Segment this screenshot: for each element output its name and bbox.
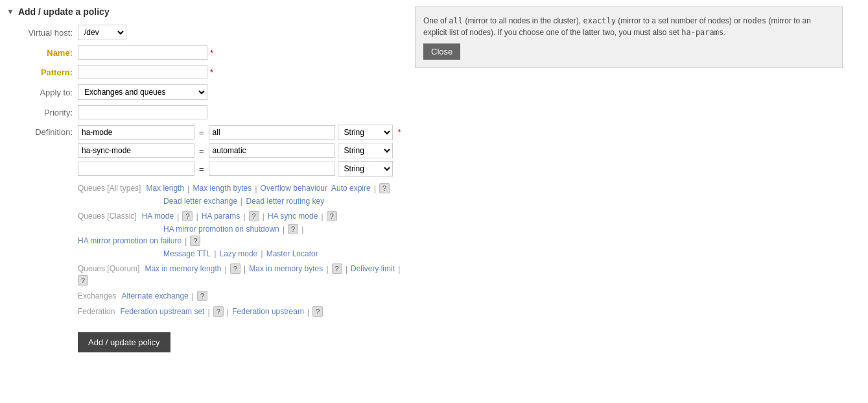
def-type-2[interactable]: String Number Boolean List bbox=[338, 143, 393, 158]
def-value-3[interactable] bbox=[209, 162, 335, 176]
federation-upstream-help-icon[interactable]: ? bbox=[312, 306, 323, 317]
shortcut-auto-expire[interactable]: Auto expire bbox=[331, 184, 371, 193]
pattern-input[interactable] bbox=[78, 65, 207, 79]
shortcut-ha-mirror-shutdown[interactable]: HA mirror promotion on shutdown bbox=[163, 225, 279, 234]
apply-to-row: Apply to: Exchanges and queues Exchanges… bbox=[6, 84, 408, 100]
name-input[interactable] bbox=[78, 45, 207, 60]
queues-classic-label: Queues [Classic] bbox=[78, 212, 137, 221]
ha-params-help-icon[interactable]: ? bbox=[249, 211, 259, 221]
priority-label: Priority: bbox=[6, 108, 78, 117]
queues-classic-group: Queues [Classic] HA mode | ? | HA params… bbox=[78, 211, 408, 258]
def-value-2[interactable] bbox=[209, 143, 335, 158]
shortcut-overflow-behaviour[interactable]: Overflow behaviour bbox=[261, 184, 327, 193]
ha-sync-mode-help-icon[interactable]: ? bbox=[327, 211, 337, 221]
definition-row-1: = String Number Boolean List bbox=[78, 125, 393, 140]
ha-mirror-failure-help-icon[interactable]: ? bbox=[190, 236, 200, 246]
max-in-memory-length-help-icon[interactable]: ? bbox=[230, 263, 240, 274]
def-key-3[interactable] bbox=[78, 162, 194, 176]
queues-classic-row-3: Message TTL | Lazy mode | Master Locator bbox=[78, 249, 408, 258]
virtual-host-select[interactable]: /dev / /staging bbox=[78, 25, 126, 40]
queues-quorum-row-1: Queues [Quorum] Max in memory length | ?… bbox=[78, 263, 408, 286]
shortcut-federation-upstream[interactable]: Federation upstream bbox=[232, 307, 304, 316]
queues-quorum-group: Queues [Quorum] Max in memory length | ?… bbox=[78, 263, 408, 286]
shortcut-federation-upstream-set[interactable]: Federation upstream set bbox=[120, 307, 204, 316]
def-equals-2: = bbox=[197, 146, 206, 156]
exchanges-label: Exchanges bbox=[78, 291, 116, 300]
tooltip-panel: One of all (mirror to all nodes in the c… bbox=[415, 6, 843, 68]
shortcut-max-length-bytes[interactable]: Max length bytes bbox=[193, 184, 252, 193]
definition-label: Definition: bbox=[6, 125, 78, 137]
definition-area: = String Number Boolean List = String bbox=[78, 125, 393, 177]
pattern-row: Pattern: * bbox=[6, 65, 408, 79]
shortcut-ha-mirror-failure[interactable]: HA mirror promotion on failure bbox=[78, 236, 182, 245]
shortcut-ha-params[interactable]: HA params bbox=[202, 212, 240, 221]
shortcut-delivery-limit[interactable]: Delivery limit bbox=[351, 264, 395, 273]
collapse-arrow-icon[interactable]: ▼ bbox=[6, 7, 14, 16]
priority-input[interactable] bbox=[78, 105, 207, 119]
shortcut-dead-letter-exchange[interactable]: Dead letter exchange bbox=[163, 197, 237, 206]
shortcut-dead-letter-routing-key[interactable]: Dead letter routing key bbox=[246, 197, 324, 206]
shortcut-alternate-exchange[interactable]: Alternate exchange bbox=[121, 291, 188, 300]
definition-row-3: = String Number Boolean List bbox=[78, 161, 393, 177]
shortcut-message-ttl[interactable]: Message TTL bbox=[163, 249, 211, 258]
apply-to-label: Apply to: bbox=[6, 88, 78, 97]
queues-classic-row-1: Queues [Classic] HA mode | ? | HA params… bbox=[78, 211, 408, 221]
ha-mirror-shutdown-help-icon[interactable]: ? bbox=[288, 224, 298, 234]
alternate-exchange-help-icon[interactable]: ? bbox=[197, 291, 207, 301]
section-header: ▼ Add / update a policy bbox=[6, 6, 408, 17]
pattern-label: Pattern: bbox=[6, 67, 78, 77]
queues-quorum-label: Queues [Quorum] bbox=[78, 264, 139, 273]
auto-expire-help-icon[interactable]: ? bbox=[379, 183, 390, 193]
federation-group: Federation Federation upstream set | ? |… bbox=[78, 306, 408, 317]
def-key-1[interactable] bbox=[78, 125, 194, 140]
name-label: Name: bbox=[6, 48, 78, 58]
virtual-host-label: Virtual host: bbox=[6, 28, 78, 38]
pattern-required-star: * bbox=[210, 67, 213, 77]
priority-row: Priority: bbox=[6, 105, 408, 119]
def-type-1[interactable]: String Number Boolean List bbox=[338, 125, 393, 140]
shortcut-max-in-memory-length[interactable]: Max in memory length bbox=[145, 264, 221, 273]
virtual-host-row: Virtual host: /dev / /staging bbox=[6, 25, 408, 40]
queues-classic-row-2: HA mirror promotion on shutdown | ? | HA… bbox=[78, 224, 408, 246]
shortcut-max-in-memory-bytes[interactable]: Max in memory bytes bbox=[249, 264, 323, 273]
def-equals-1: = bbox=[197, 128, 206, 138]
left-panel: ▼ Add / update a policy Virtual host: /d… bbox=[6, 6, 408, 397]
queues-all-row-2: Dead letter exchange | Dead letter routi… bbox=[78, 196, 408, 206]
section-title: Add / update a policy bbox=[18, 6, 110, 17]
tooltip-text: One of all (mirror to all nodes in the c… bbox=[423, 15, 834, 38]
exchanges-group: Exchanges Alternate exchange | ? bbox=[78, 291, 408, 301]
shortcut-master-locator[interactable]: Master Locator bbox=[266, 249, 318, 258]
federation-label: Federation bbox=[78, 307, 115, 316]
queues-all-group: Queues [All types] Max length | Max leng… bbox=[78, 183, 408, 206]
name-required-star: * bbox=[210, 48, 213, 58]
shortcuts-area: Queues [All types] Max length | Max leng… bbox=[78, 183, 408, 317]
def-key-2[interactable] bbox=[78, 143, 194, 158]
delivery-limit-help-icon[interactable]: ? bbox=[78, 275, 88, 286]
shortcut-ha-sync-mode[interactable]: HA sync mode bbox=[268, 212, 318, 221]
shortcut-ha-mode[interactable]: HA mode bbox=[142, 212, 174, 221]
def-value-1[interactable] bbox=[209, 125, 335, 140]
shortcut-lazy-mode[interactable]: Lazy mode bbox=[220, 249, 258, 258]
apply-to-select[interactable]: Exchanges and queues Exchanges Queues bbox=[78, 84, 207, 100]
queues-all-row-1: Queues [All types] Max length | Max leng… bbox=[78, 183, 408, 193]
max-in-memory-bytes-help-icon[interactable]: ? bbox=[332, 263, 342, 274]
queues-all-label: Queues [All types] bbox=[78, 184, 141, 193]
federation-upstream-set-help-icon[interactable]: ? bbox=[213, 306, 224, 317]
def-type-3[interactable]: String Number Boolean List bbox=[338, 161, 393, 177]
federation-row-1: Federation Federation upstream set | ? |… bbox=[78, 306, 408, 317]
close-button[interactable]: Close bbox=[423, 43, 460, 60]
definition-row: Definition: = String Number Boolean List bbox=[6, 125, 408, 177]
definition-required-star: * bbox=[398, 125, 401, 137]
def-equals-3: = bbox=[197, 164, 206, 174]
shortcut-max-length[interactable]: Max length bbox=[146, 184, 184, 193]
ha-mode-help-icon[interactable]: ? bbox=[182, 211, 193, 221]
exchanges-row-1: Exchanges Alternate exchange | ? bbox=[78, 291, 408, 301]
name-row: Name: * bbox=[6, 45, 408, 60]
add-update-policy-button[interactable]: Add / update policy bbox=[78, 332, 170, 352]
definition-row-2: = String Number Boolean List bbox=[78, 143, 393, 158]
